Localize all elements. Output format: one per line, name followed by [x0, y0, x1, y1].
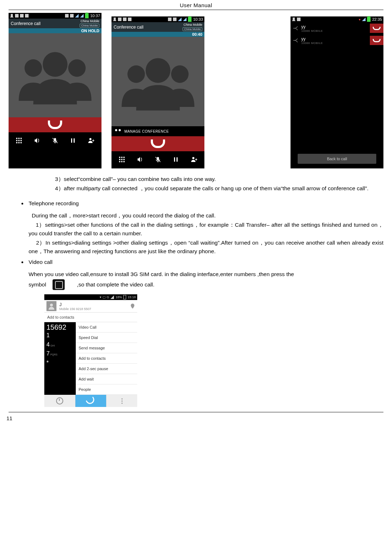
signal-icon	[183, 18, 187, 21]
status-icon	[297, 18, 301, 21]
key-star[interactable]: *	[46, 358, 74, 368]
svg-point-28	[121, 161, 123, 162]
contact-row[interactable]: J Mobile 156 9218 5507	[44, 300, 137, 313]
video-call-p1: When you use video call,ensure to instal…	[29, 270, 383, 279]
call-list-row[interactable]: yy 10086 MOBILE	[291, 34, 383, 46]
hangup-icon	[373, 39, 381, 42]
call-list-row[interactable]: yy 10086 MOBILE	[291, 22, 383, 34]
speaker-button[interactable]	[33, 137, 41, 144]
add-call-button[interactable]	[87, 137, 95, 144]
hangup-icon	[48, 121, 62, 129]
svg-point-3	[16, 138, 18, 139]
avatar	[46, 301, 56, 311]
mute-button[interactable]	[154, 156, 162, 163]
hangup-icon	[373, 27, 381, 30]
status-clock: 22:35	[372, 17, 382, 21]
menu-add-contacts[interactable]: Add to contacts	[76, 353, 137, 364]
location-icon	[130, 304, 135, 309]
menu-add-wait[interactable]: Add wait	[76, 374, 137, 384]
svg-rect-15	[71, 138, 72, 143]
status-icon	[123, 18, 126, 21]
tel-rec-p2: 1）settings>set other functions of the ca…	[29, 221, 383, 238]
hold-button[interactable]	[172, 156, 180, 163]
manage-conference-button[interactable]: MANAGE CONFERENCE	[111, 126, 204, 136]
hangup-mini-button[interactable]	[370, 24, 383, 33]
signal-icon	[80, 14, 84, 18]
call-title: Conference call	[11, 21, 40, 26]
hangup-button[interactable]	[9, 117, 101, 132]
call-controls	[9, 132, 101, 149]
svg-point-0	[24, 59, 42, 77]
add-call-button[interactable]	[190, 156, 198, 163]
svg-point-19	[171, 65, 189, 83]
call-button[interactable]	[75, 395, 106, 407]
svg-rect-34	[177, 157, 178, 162]
svg-rect-16	[74, 138, 75, 143]
dialpad-button[interactable]	[118, 156, 126, 163]
hold-button[interactable]	[69, 137, 77, 144]
split-icon	[293, 26, 298, 31]
key-7[interactable]: 7PQRS	[46, 349, 74, 358]
hangup-mini-button[interactable]	[370, 36, 383, 45]
dialpad-area: 15692 1 4GHI 7PQRS *	[44, 322, 76, 395]
menu-people[interactable]: People	[76, 384, 137, 395]
hangup-button[interactable]	[111, 136, 204, 151]
menu-video-call[interactable]: Video Call	[76, 322, 137, 333]
menu-add-pause[interactable]: Add 2-sec pause	[76, 364, 137, 374]
battery-icon	[123, 295, 126, 299]
status-call-icon	[292, 18, 296, 21]
screenshot-conference-hold: 10:37 Conference call China Mobile China…	[9, 13, 101, 168]
sync-icon	[168, 18, 172, 21]
svg-point-26	[123, 159, 125, 160]
wifi-icon: ▾	[359, 18, 361, 21]
contact-number: Mobile 156 9218 5507	[59, 307, 127, 311]
svg-point-18	[127, 65, 145, 83]
menu-speed-dial[interactable]: Speed Dial	[76, 333, 137, 343]
steps-block: 3）select“combine call”– you can combine …	[55, 175, 383, 193]
svg-point-35	[192, 157, 194, 159]
screenshot-call-list: ▾ 22:35 yy 10086 MOBILE yy 10086 MO	[291, 16, 383, 168]
alarm-icon	[70, 14, 74, 18]
menu-send-message[interactable]: Send message	[76, 343, 137, 353]
svg-point-17	[89, 138, 91, 140]
svg-point-36	[50, 304, 53, 306]
caller-number: 10086 MOBILE	[301, 41, 367, 45]
dialer-footer	[44, 395, 137, 407]
video-call-p2: symbol ,so that complete the video call.	[29, 279, 383, 290]
svg-point-22	[121, 157, 123, 158]
svg-point-1	[68, 59, 86, 77]
status-bar: 10:33	[111, 16, 204, 22]
svg-point-20	[145, 58, 170, 83]
mute-button[interactable]	[51, 137, 59, 144]
tel-rec-p3: 2）In settings>dialing settings >other di…	[29, 239, 383, 256]
group-icon	[115, 129, 121, 133]
phone-icon	[86, 397, 96, 406]
key-4[interactable]: 4GHI	[46, 340, 74, 349]
battery-icon	[85, 13, 89, 18]
status-call-icon	[113, 18, 116, 21]
footer-rule	[9, 412, 383, 412]
section-heading: Telephone recording	[29, 200, 79, 206]
page-number: 11	[6, 415, 383, 421]
key-1[interactable]: 1	[46, 331, 74, 340]
section-telephone-recording: Telephone recording	[27, 199, 383, 208]
context-menu: Video Call Speed Dial Send message Add t…	[76, 322, 137, 395]
battery-icon	[367, 17, 371, 22]
back-to-call-button[interactable]: Back to call	[298, 154, 376, 164]
add-to-contacts-row[interactable]: Add to contacts	[44, 313, 137, 322]
status-bar: 10:37	[9, 13, 101, 19]
signal-icon	[75, 14, 79, 18]
screenshots-row: 10:37 Conference call China Mobile China…	[9, 13, 383, 168]
svg-rect-33	[174, 157, 175, 162]
svg-point-2	[43, 52, 67, 77]
speaker-button[interactable]	[136, 156, 144, 163]
status-icon	[15, 14, 19, 18]
dialpad-button[interactable]	[15, 137, 23, 144]
recent-button[interactable]	[44, 395, 75, 407]
signal-icon	[178, 18, 182, 21]
status-clock: 10:37	[90, 14, 100, 18]
svg-point-11	[20, 142, 22, 143]
more-button[interactable]	[106, 395, 137, 407]
status-icon	[118, 18, 121, 21]
status-icon	[128, 18, 132, 21]
